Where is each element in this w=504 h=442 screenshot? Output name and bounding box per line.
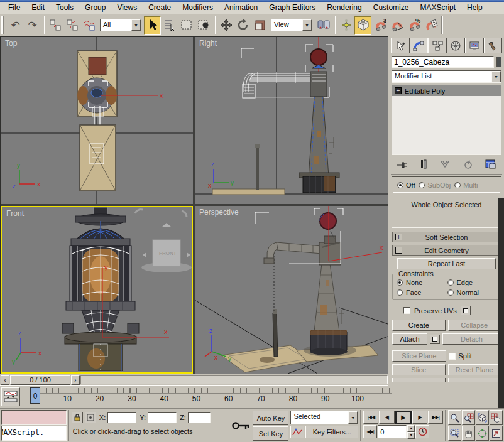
viewport-perspective[interactable]: Perspective xyxy=(195,206,388,374)
viewport-right-label[interactable]: Right xyxy=(199,39,217,48)
time-slider-track[interactable] xyxy=(80,375,388,384)
absolute-offset-toggle[interactable] xyxy=(85,412,96,423)
stack-item-editable-poly[interactable]: + Editable Poly xyxy=(392,85,501,96)
preserve-uvs-checkbox[interactable] xyxy=(403,307,410,314)
key-filter-selection-dropdown[interactable]: Selected ▼ xyxy=(290,411,358,424)
selection-lock-button[interactable] xyxy=(72,412,83,423)
dropdown-arrow-icon[interactable]: ▼ xyxy=(302,19,312,31)
slice-plane-button[interactable]: Slice Plane xyxy=(392,350,446,362)
configure-modifier-sets-icon[interactable] xyxy=(485,159,497,170)
panel-scrollbar[interactable] xyxy=(498,198,504,408)
reset-plane-button[interactable]: Reset Plane xyxy=(448,364,501,375)
key-mode-toggle-button[interactable]: ◀▶| xyxy=(363,425,377,438)
trackbar-ruler[interactable]: 0 0102030405060708090100 xyxy=(20,386,388,407)
split-checkbox[interactable] xyxy=(449,353,456,360)
slice-button[interactable]: Slice xyxy=(392,364,446,375)
constraint-face-option[interactable]: Face xyxy=(397,289,446,296)
detach-button[interactable]: Detach xyxy=(442,333,501,345)
menu-item-group[interactable]: Group xyxy=(79,2,111,14)
arc-rotate-button[interactable] xyxy=(476,426,489,441)
set-keys-button[interactable] xyxy=(231,410,251,441)
current-frame-marker[interactable]: 0 xyxy=(30,387,40,404)
select-and-link-button[interactable] xyxy=(47,16,63,35)
collapse-icon[interactable]: - xyxy=(395,247,402,254)
tab-display[interactable] xyxy=(465,38,484,53)
clipped-button[interactable] xyxy=(392,378,446,382)
viewcube-front-label[interactable]: FRONT xyxy=(159,251,177,256)
viewcube[interactable]: FRONT xyxy=(135,210,192,272)
tab-create[interactable] xyxy=(391,38,410,53)
radio-face[interactable] xyxy=(397,289,403,296)
menu-item-customize[interactable]: Customize xyxy=(368,2,415,14)
make-unique-icon[interactable] xyxy=(439,159,452,170)
rectangular-selection-region-button[interactable] xyxy=(178,16,195,35)
menu-item-create[interactable]: Create xyxy=(143,2,177,14)
spinner-up-icon[interactable]: ▲ xyxy=(407,425,415,432)
previous-frame-button[interactable]: ◀| xyxy=(379,411,394,424)
collapse-button[interactable]: Collapse xyxy=(448,320,501,331)
viewport-front-label[interactable]: Front xyxy=(6,209,24,218)
radio-off[interactable] xyxy=(397,182,403,188)
remove-modifier-icon[interactable] xyxy=(463,159,473,170)
rollout-edit-geometry[interactable]: - Edit Geometry xyxy=(392,245,501,256)
rollout-soft-selection[interactable]: + Soft Selection xyxy=(392,232,501,242)
unlink-selection-button[interactable] xyxy=(63,16,80,35)
menu-item-rendering[interactable]: Rendering xyxy=(321,2,367,14)
use-pivot-center-button[interactable] xyxy=(315,16,332,35)
selection-multi-option[interactable]: Multi xyxy=(454,181,478,189)
dropdown-arrow-icon[interactable]: ▼ xyxy=(131,19,141,31)
select-by-name-button[interactable] xyxy=(161,16,178,35)
play-button[interactable]: ▶ xyxy=(395,411,412,424)
z-coordinate-field[interactable] xyxy=(188,412,211,423)
window-crossing-toggle-button[interactable] xyxy=(195,16,212,35)
viewport-perspective-label[interactable]: Perspective xyxy=(199,208,239,217)
show-end-result-icon[interactable] xyxy=(420,159,427,170)
tab-utilities[interactable] xyxy=(484,38,503,53)
pan-button[interactable] xyxy=(462,426,475,441)
set-key-button[interactable]: Set Key xyxy=(253,426,288,441)
tab-hierarchy[interactable] xyxy=(428,38,447,53)
constraint-edge-option[interactable]: Edge xyxy=(447,279,497,286)
select-and-scale-button[interactable] xyxy=(251,16,268,35)
previous-frame-arrow[interactable]: ‹ xyxy=(1,375,9,385)
radio-subobj[interactable] xyxy=(419,182,425,188)
snap-3d-button[interactable]: 3 xyxy=(371,16,388,35)
zoom-extents-button[interactable] xyxy=(476,410,489,425)
menu-item-help[interactable]: Help xyxy=(461,2,488,14)
dropdown-arrow-icon[interactable]: ▼ xyxy=(348,411,358,424)
x-coordinate-field[interactable] xyxy=(107,412,136,423)
viewport-front[interactable]: Front xyxy=(1,206,193,374)
current-frame-field[interactable] xyxy=(378,425,407,438)
selection-off-option[interactable]: Off xyxy=(397,181,415,189)
modifier-list-dropdown[interactable]: Modifier List ▼ xyxy=(392,70,501,83)
zoom-region-button[interactable] xyxy=(448,426,461,441)
toolbar-drag-handle[interactable] xyxy=(1,16,4,34)
object-color-swatch[interactable] xyxy=(496,57,501,67)
clipped-button[interactable] xyxy=(448,378,501,382)
menu-item-graph-editors[interactable]: Graph Editors xyxy=(263,2,321,14)
spinner-down-icon[interactable]: ▼ xyxy=(407,432,415,439)
menu-item-modifiers[interactable]: Modifiers xyxy=(177,2,219,14)
attach-button[interactable]: Attach xyxy=(392,333,427,345)
zoom-button[interactable] xyxy=(448,410,461,425)
tab-motion[interactable] xyxy=(447,38,466,53)
percent-snap-button[interactable]: % xyxy=(405,16,422,35)
y-coordinate-field[interactable] xyxy=(148,412,177,423)
time-configuration-button[interactable] xyxy=(415,425,429,438)
snaps-toggle-button[interactable] xyxy=(354,16,371,35)
radio-none[interactable] xyxy=(397,279,403,286)
menu-item-views[interactable]: Views xyxy=(111,2,143,14)
object-name-field[interactable] xyxy=(392,56,494,68)
menu-item-tools[interactable]: Tools xyxy=(50,2,79,14)
expand-icon[interactable]: + xyxy=(395,234,402,240)
stack-expand-icon[interactable]: + xyxy=(395,87,402,94)
zoom-extents-all-button[interactable] xyxy=(490,410,503,425)
menu-item-file[interactable]: File xyxy=(3,2,26,14)
redo-button[interactable]: ↷ xyxy=(24,16,41,35)
key-filters-button[interactable]: Key Filters... xyxy=(305,426,358,438)
selection-subobj-option[interactable]: SubObj xyxy=(419,181,451,189)
menu-item-animation[interactable]: Animation xyxy=(219,2,263,14)
listener-macro-pane[interactable] xyxy=(1,410,67,425)
viewport-top[interactable]: Top x xyxy=(1,37,193,204)
mini-curve-editor-button[interactable] xyxy=(1,387,20,406)
